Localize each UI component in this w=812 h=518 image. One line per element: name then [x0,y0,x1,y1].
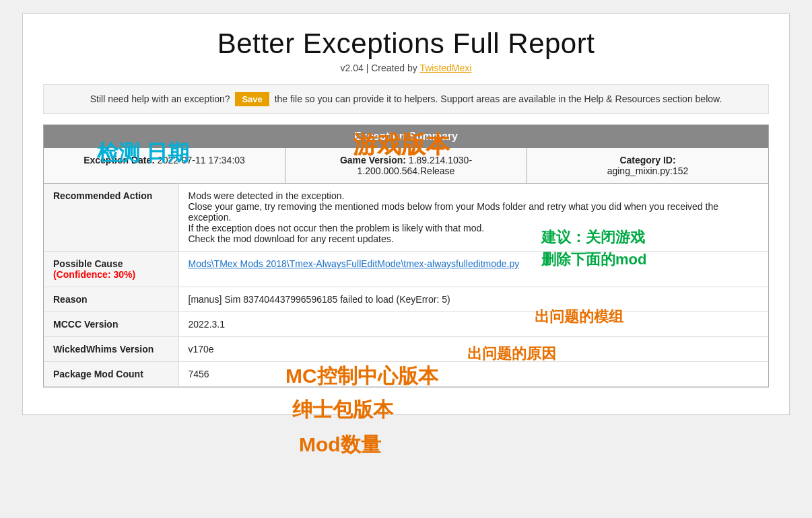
save-button[interactable]: Save [235,92,269,106]
confidence-text: (Confidence: 30%) [53,269,135,280]
reason-label: Reason [44,287,178,312]
recommended-action-label: Recommended Action [44,184,178,252]
table-row: Recommended Action Mods were detected in… [44,184,768,252]
annotation-modcount: Mod数量 [299,431,381,459]
main-title: Better Exceptions Full Report [43,28,769,60]
annotation-ww: 绅士包版本 [292,396,393,424]
mccc-version-label: MCCC Version [44,312,178,337]
exception-date-value: 2022-07-11 17:34:03 [158,155,245,165]
exception-date-cell: Exception Date: 2022-07-11 17:34:03 [44,148,285,183]
package-mod-count-value: 7456 [178,362,768,387]
category-id-value: aging_mixin.py:152 [607,165,689,176]
page-container: Better Exceptions Full Report v2.04 | Cr… [22,13,790,415]
help-bar: Still need help with an exception? Save … [43,84,769,114]
category-id-label: Category ID: [619,155,675,165]
table-row: Package Mod Count 7456 [44,362,768,387]
help-text-after: the file so you can provide it to helper… [275,94,722,104]
mccc-version-value: 2022.3.1 [178,312,768,337]
exception-summary-header: Exception Summary [44,125,768,148]
exception-date-label: Exception Date: [83,155,155,165]
possible-cause-value: Mods\TMex Mods 2018\Tmex-AlwaysFullEditM… [189,258,520,269]
detail-table: Recommended Action Mods were detected in… [44,184,768,387]
possible-cause-value-cell: Mods\TMex Mods 2018\Tmex-AlwaysFullEditM… [178,252,768,287]
table-row: Possible Cause (Confidence: 30%) Mods\TM… [44,252,768,287]
exception-summary-box: Exception Summary Exception Date: 2022-0… [43,124,769,387]
table-row: WickedWhims Version v170e [44,337,768,362]
package-mod-count-label: Package Mod Count [44,362,178,387]
table-row: Reason [manus] Sim 837404437996596185 fa… [44,287,768,312]
recommended-action-value: Mods were detected in the exception. Clo… [178,184,768,252]
author-link[interactable]: TwistedMexi [419,63,471,73]
possible-cause-label: Possible Cause (Confidence: 30%) [44,252,178,287]
game-version-label: Game Version: [340,155,406,165]
table-row: MCCC Version 2022.3.1 [44,312,768,337]
wickedwhims-version-value: v170e [178,337,768,362]
summary-row: Exception Date: 2022-07-11 17:34:03 Game… [44,148,768,184]
category-id-cell: Category ID: aging_mixin.py:152 [527,148,768,183]
subtitle: v2.04 | Created by TwistedMexi [43,63,769,73]
wickedwhims-version-label: WickedWhims Version [44,337,178,362]
reason-value: [manus] Sim 837404437996596185 failed to… [178,287,768,312]
game-version-cell: Game Version: 1.89.214.1030-1.200.000.56… [285,148,527,183]
help-text-before: Still need help with an exception? [90,94,230,104]
